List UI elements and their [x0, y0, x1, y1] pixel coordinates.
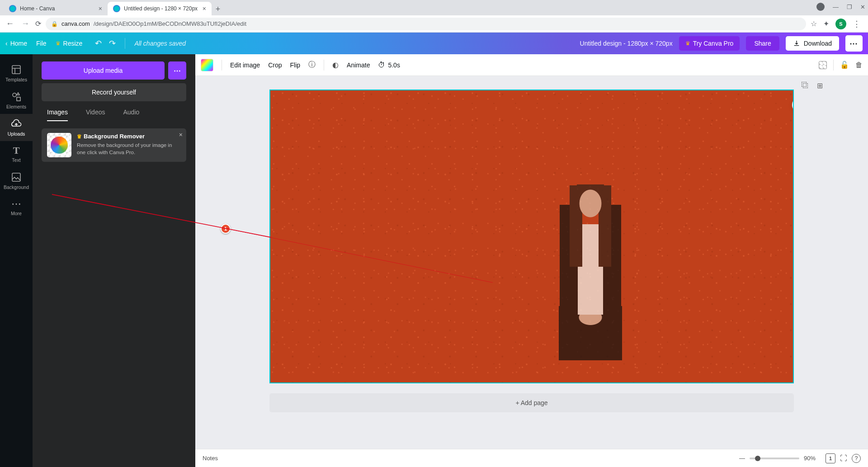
- timing-value: 5.0s: [388, 61, 400, 69]
- person-image[interactable]: [532, 179, 649, 382]
- profile-avatar[interactable]: S: [835, 19, 846, 29]
- uploads-icon: [11, 118, 22, 129]
- home-link[interactable]: ‹ Home: [5, 40, 27, 47]
- tab-audio[interactable]: Audio: [123, 108, 139, 121]
- new-tab-button[interactable]: +: [212, 3, 224, 15]
- download-label: Download: [804, 40, 832, 47]
- share-button[interactable]: Share: [746, 36, 779, 51]
- help-icon[interactable]: ?: [852, 454, 861, 463]
- home-label: Home: [10, 40, 27, 47]
- tab-images[interactable]: Images: [47, 108, 68, 121]
- uploads-panel: Upload media ⋯ Record yourself Images Vi…: [33, 54, 195, 467]
- incognito-icon: [816, 3, 825, 11]
- promo-title-text: Background Remover: [84, 133, 145, 140]
- rail-label: Background: [4, 184, 29, 190]
- back-icon[interactable]: ←: [5, 19, 15, 28]
- resize-button[interactable]: ♛ Resize: [56, 40, 83, 47]
- rail-more[interactable]: ⋯ More: [0, 194, 33, 221]
- background-icon: [11, 172, 22, 183]
- rail-uploads[interactable]: Uploads: [0, 114, 33, 141]
- promo-thumbnail: [47, 133, 71, 157]
- add-page-icon[interactable]: ⊞: [817, 81, 823, 90]
- context-toolbar: Edit image Crop Flip ⓘ ◐ Animate ⏱ 5.0s …: [195, 54, 868, 76]
- close-icon[interactable]: ×: [179, 131, 183, 138]
- add-page-button[interactable]: + Add page: [269, 393, 794, 412]
- tab-title: Untitled design - 1280 × 720px: [124, 5, 198, 12]
- promo-description: Remove the background of your image in o…: [77, 142, 181, 156]
- file-menu[interactable]: File: [36, 40, 47, 47]
- download-icon: [793, 40, 800, 47]
- rail-label: Uploads: [8, 131, 25, 137]
- canva-topbar: ‹ Home File ♛ Resize ↶ ↷ All changes sav…: [0, 33, 868, 54]
- browser-tab-home[interactable]: Home - Canva ×: [4, 2, 108, 15]
- undo-icon[interactable]: ↶: [95, 38, 102, 48]
- rail-label: More: [11, 211, 22, 216]
- zoom-thumb[interactable]: [755, 456, 760, 461]
- promo-title: ♛ Background Remover: [77, 133, 181, 140]
- tab-videos[interactable]: Videos: [86, 108, 105, 121]
- crown-icon: ♛: [56, 40, 61, 47]
- flip-button[interactable]: Flip: [290, 61, 301, 69]
- page-count-badge[interactable]: 1: [826, 453, 835, 463]
- trash-icon[interactable]: 🗑: [855, 61, 863, 69]
- media-tabs: Images Videos Audio: [42, 108, 186, 121]
- record-yourself-button[interactable]: Record yourself: [42, 83, 186, 101]
- more-menu-button[interactable]: ⋯: [845, 35, 863, 52]
- bookmark-icon[interactable]: ☆: [811, 19, 817, 28]
- text-icon: T: [13, 146, 20, 156]
- rail-background[interactable]: Background: [0, 167, 33, 194]
- notes-button[interactable]: Notes: [203, 455, 739, 462]
- url-path: /design/DAEtO0Op1mM/BeCODnOMW83uTUfI2jeD…: [94, 20, 246, 27]
- browser-tab-design[interactable]: Untitled design - 1280 × 720px ×: [108, 2, 212, 15]
- canva-favicon: [9, 5, 16, 12]
- zoom-slider[interactable]: [750, 458, 799, 459]
- rail-templates[interactable]: Templates: [0, 60, 33, 87]
- extensions-icon[interactable]: ✦: [823, 19, 829, 28]
- elements-icon: [11, 91, 22, 102]
- svg-rect-3: [12, 173, 20, 181]
- browser-menu-icon[interactable]: ⋮: [853, 19, 861, 29]
- more-icon: ⋯: [11, 199, 21, 209]
- main-layout: Templates Elements Uploads T Text Backgr…: [0, 54, 868, 467]
- background-remover-promo[interactable]: ♛ Background Remover Remove the backgrou…: [42, 128, 186, 162]
- edit-image-button[interactable]: Edit image: [230, 61, 260, 69]
- divider: [222, 60, 222, 71]
- canvas-stage[interactable]: ⿻ ⊞ ⟳ + Add page: [195, 76, 868, 449]
- page-actions: ⿻ ⊞: [802, 81, 823, 90]
- svg-rect-2: [17, 97, 20, 101]
- url-input[interactable]: 🔒 canva.com/design/DAEtO0Op1mM/BeCODnOMW…: [46, 18, 806, 30]
- zoom-value[interactable]: 90%: [804, 455, 821, 462]
- duplicate-page-icon[interactable]: ⿻: [802, 81, 809, 90]
- maximize-icon[interactable]: ❐: [847, 4, 852, 10]
- divider: [324, 60, 324, 71]
- svg-point-1: [13, 93, 16, 97]
- timing-button[interactable]: ⏱ 5.0s: [378, 61, 400, 69]
- browser-tab-strip: Home - Canva × Untitled design - 1280 × …: [0, 0, 868, 15]
- info-icon[interactable]: ⓘ: [308, 60, 316, 70]
- rail-text[interactable]: T Text: [0, 141, 33, 167]
- animate-button[interactable]: Animate: [347, 61, 370, 69]
- try-canva-pro-button[interactable]: ♛ Try Canva Pro: [679, 36, 740, 51]
- reload-icon[interactable]: ⟳: [35, 19, 41, 28]
- canvas-page[interactable]: ⟳: [269, 90, 794, 383]
- svg-rect-0: [12, 66, 20, 74]
- document-title[interactable]: Untitled design - 1280px × 720px: [580, 40, 673, 47]
- minimize-icon[interactable]: —: [833, 4, 839, 10]
- rail-label: Elements: [6, 104, 26, 109]
- upload-more-button[interactable]: ⋯: [168, 61, 186, 80]
- close-window-icon[interactable]: ✕: [860, 4, 865, 10]
- crop-button[interactable]: Crop: [268, 61, 282, 69]
- redo-icon[interactable]: ↷: [109, 38, 116, 48]
- save-status: All changes saved: [134, 40, 186, 47]
- transparency-button[interactable]: [819, 61, 827, 69]
- lock-icon[interactable]: 🔓: [840, 61, 849, 69]
- close-icon[interactable]: ×: [203, 5, 206, 12]
- download-button[interactable]: Download: [786, 36, 839, 51]
- close-icon[interactable]: ×: [99, 5, 102, 12]
- rail-elements[interactable]: Elements: [0, 87, 33, 114]
- zoom-out-icon[interactable]: —: [739, 455, 745, 462]
- fullscreen-icon[interactable]: ⛶: [840, 454, 847, 462]
- upload-media-button[interactable]: Upload media: [42, 61, 165, 80]
- color-picker[interactable]: [201, 59, 213, 71]
- forward-icon[interactable]: →: [20, 19, 31, 28]
